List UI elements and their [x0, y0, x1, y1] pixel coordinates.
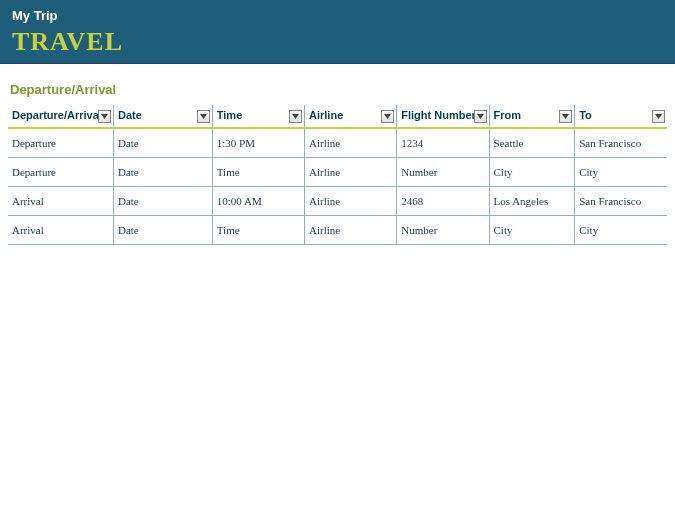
table-body: Departure Date 1:30 PM Airline 1234 Seat… [8, 128, 667, 245]
column-header-from: From [489, 105, 575, 128]
column-header-airline: Airline [305, 105, 397, 128]
table-row: Departure Date 1:30 PM Airline 1234 Seat… [8, 128, 667, 158]
flights-table: Departure/Arrival Date Time Airline [8, 105, 667, 245]
chevron-down-icon [655, 114, 662, 119]
document-header: My Trip TRAVEL [0, 0, 675, 64]
cell-to[interactable]: San Francisco [575, 187, 667, 216]
cell-airline[interactable]: Airline [305, 216, 397, 245]
cell-airline[interactable]: Airline [305, 187, 397, 216]
cell-time[interactable]: 10:00 AM [212, 187, 304, 216]
header-label: Departure/Arrival [12, 109, 102, 121]
cell-departure-arrival[interactable]: Departure [8, 158, 113, 187]
cell-from[interactable]: Seattle [489, 128, 575, 158]
cell-from[interactable]: City [489, 158, 575, 187]
header-label: Flight Number [401, 109, 476, 121]
header-label: Time [217, 109, 242, 121]
cell-date[interactable]: Date [113, 158, 212, 187]
cell-airline[interactable]: Airline [305, 128, 397, 158]
table-row: Arrival Date 10:00 AM Airline 2468 Los A… [8, 187, 667, 216]
cell-flight-number[interactable]: Number [397, 158, 489, 187]
cell-departure-arrival[interactable]: Departure [8, 128, 113, 158]
column-header-departure-arrival: Departure/Arrival [8, 105, 113, 128]
column-header-flight-number: Flight Number [397, 105, 489, 128]
filter-button[interactable] [98, 110, 111, 123]
column-header-date: Date [113, 105, 212, 128]
cell-flight-number[interactable]: 2468 [397, 187, 489, 216]
cell-departure-arrival[interactable]: Arrival [8, 187, 113, 216]
column-header-time: Time [212, 105, 304, 128]
filter-button[interactable] [197, 110, 210, 123]
cell-date[interactable]: Date [113, 216, 212, 245]
header-label: Date [118, 109, 142, 121]
cell-to[interactable]: City [575, 158, 667, 187]
chevron-down-icon [101, 114, 108, 119]
chevron-down-icon [562, 114, 569, 119]
filter-button[interactable] [559, 110, 572, 123]
chevron-down-icon [384, 114, 391, 119]
table-row: Departure Date Time Airline Number City … [8, 158, 667, 187]
travel-title: TRAVEL [12, 27, 663, 57]
cell-time[interactable]: Time [212, 158, 304, 187]
cell-flight-number[interactable]: Number [397, 216, 489, 245]
table-header-row: Departure/Arrival Date Time Airline [8, 105, 667, 128]
table-row: Arrival Date Time Airline Number City Ci… [8, 216, 667, 245]
cell-date[interactable]: Date [113, 187, 212, 216]
cell-from[interactable]: Los Angeles [489, 187, 575, 216]
cell-flight-number[interactable]: 1234 [397, 128, 489, 158]
header-label: Airline [309, 109, 343, 121]
trip-name: My Trip [12, 8, 663, 23]
filter-button[interactable] [381, 110, 394, 123]
filter-button[interactable] [289, 110, 302, 123]
cell-date[interactable]: Date [113, 128, 212, 158]
chevron-down-icon [200, 114, 207, 119]
cell-airline[interactable]: Airline [305, 158, 397, 187]
cell-departure-arrival[interactable]: Arrival [8, 216, 113, 245]
cell-time[interactable]: 1:30 PM [212, 128, 304, 158]
cell-from[interactable]: City [489, 216, 575, 245]
cell-to[interactable]: City [575, 216, 667, 245]
cell-to[interactable]: San Francisco [575, 128, 667, 158]
filter-button[interactable] [652, 110, 665, 123]
chevron-down-icon [477, 114, 484, 119]
column-header-to: To [575, 105, 667, 128]
header-label: From [494, 109, 522, 121]
header-label: To [579, 109, 592, 121]
cell-time[interactable]: Time [212, 216, 304, 245]
chevron-down-icon [292, 114, 299, 119]
filter-button[interactable] [474, 110, 487, 123]
section-title: Departure/Arrival [0, 64, 675, 105]
